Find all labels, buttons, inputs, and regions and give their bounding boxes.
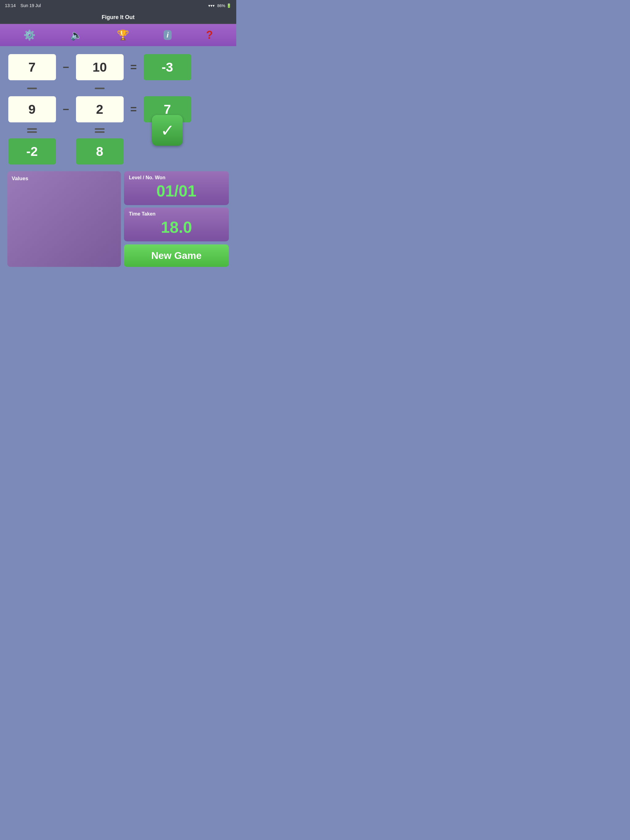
result-r1: -3 [144,54,192,80]
time-panel-value: 18.0 [129,217,224,238]
checkmark-container: ✓ [143,113,192,148]
sound-button[interactable]: 🔈 [70,29,82,41]
cell-r1-v2: 10 [76,54,123,80]
app-title: Figure It Out [102,14,135,20]
eq-r1: = [130,61,136,74]
bottom-panels: Values Level / No. Won 01/01 Time Taken … [7,171,229,273]
help-button[interactable]: ? [206,28,213,41]
cell-r2-v2: 2 [76,96,123,122]
settings-button[interactable]: ⚙️ [24,29,36,41]
cell-r2-v1: 9 [8,96,56,122]
status-right-icons: ▾▾▾ 86% 🔋 [208,3,231,8]
info-button[interactable]: i [164,30,172,40]
level-panel: Level / No. Won 01/01 [124,171,229,205]
toolbar: ⚙️ 🔈 🏆 i ? [0,24,236,46]
op-r1: − [62,61,69,74]
col-result-2: 8 [76,138,123,164]
status-time-date: 13:14 Sun 19 Jul [5,3,41,8]
time-panel: Time Taken 18.0 [124,208,229,242]
new-game-button[interactable]: New Game [124,245,229,267]
wifi-icon: ▾▾▾ [208,3,215,8]
status-time: 13:14 [5,3,16,8]
cell-r1-v1: 7 [8,54,56,80]
status-bar: 13:14 Sun 19 Jul ▾▾▾ 86% 🔋 [0,0,236,11]
trophy-button[interactable]: 🏆 [117,29,129,41]
time-panel-title: Time Taken [129,211,224,217]
eq-op-col1 [7,124,57,136]
right-panels: Level / No. Won 01/01 Time Taken 18.0 Ne… [124,171,229,267]
battery-indicator: 86% 🔋 [217,3,231,8]
checkmark-badge: ✓ [152,115,183,146]
op-r2: − [62,103,69,116]
values-panel-title: Values [12,175,117,182]
eq-op-col2 [75,124,124,136]
level-panel-value: 01/01 [129,180,224,201]
eq-r2: = [130,103,136,116]
values-panel: Values [7,171,121,267]
vert-op-col2 [75,82,124,95]
title-bar: Figure It Out [0,11,236,24]
status-date: Sun 19 Jul [21,3,41,8]
game-area: 7 − 10 = -3 9 − 2 [0,46,236,171]
level-panel-title: Level / No. Won [129,175,224,180]
puzzle-grid: 7 − 10 = -3 9 − 2 [7,52,229,166]
vert-op-col1 [7,82,57,95]
col-result-1: -2 [8,138,56,164]
